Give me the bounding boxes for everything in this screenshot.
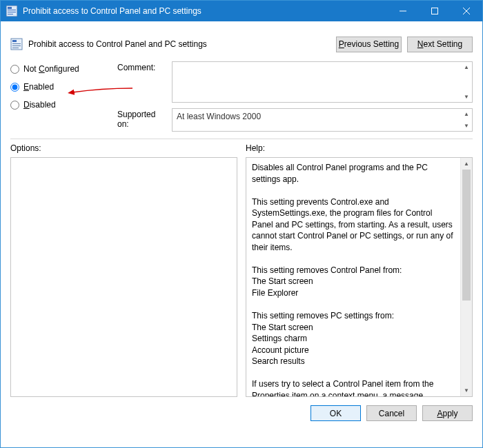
window-title: Prohibit access to Control Panel and PC … [23,6,387,16]
scroll-thumb[interactable] [462,170,471,301]
divider [10,139,473,139]
help-text: Disables all Control Panel programs and … [246,158,460,396]
help-label: Help: [246,143,473,153]
next-setting-button[interactable]: Next Setting [407,37,473,52]
comment-input[interactable]: ▲ ▼ [172,61,473,103]
spin-up-icon[interactable]: ▲ [464,111,469,117]
close-button[interactable] [451,1,482,21]
app-icon [6,6,17,17]
help-box: Disables all Control Panel programs and … [246,157,473,397]
svg-rect-12 [12,45,21,46]
radio-not-configured[interactable]: Not Configured [10,64,117,74]
spin-up-icon[interactable]: ▲ [464,64,469,70]
supported-on-value: At least Windows 2000 ▲ ▼ [172,108,473,132]
svg-rect-1 [8,7,12,9]
svg-rect-4 [8,14,13,14]
supported-on-label: Supported on: [117,108,169,129]
apply-button[interactable]: Apply [422,405,473,421]
comment-label: Comment: [117,61,169,72]
ok-button[interactable]: OK [310,405,361,421]
scroll-down-icon[interactable]: ▼ [461,385,472,396]
options-box [10,157,237,397]
svg-rect-6 [432,8,438,14]
radio-disabled[interactable]: Disabled [10,100,117,110]
page-title: Prohibit access to Control Panel and PC … [28,39,331,49]
svg-rect-10 [12,40,17,42]
svg-rect-11 [12,43,21,44]
previous-setting-button[interactable]: Previous Setting [336,37,402,52]
svg-rect-3 [8,12,16,12]
scrollbar[interactable]: ▲ ▼ [460,158,472,396]
radio-enabled[interactable]: Enabled [10,82,117,92]
spin-down-icon[interactable]: ▼ [464,123,469,129]
minimize-button[interactable] [387,1,419,21]
svg-rect-13 [12,48,19,48]
svg-rect-2 [8,10,16,10]
policy-icon [10,38,23,50]
options-label: Options: [10,143,237,153]
scroll-up-icon[interactable]: ▲ [461,158,472,170]
cancel-button[interactable]: Cancel [366,405,417,421]
maximize-button[interactable] [419,1,451,21]
spin-down-icon[interactable]: ▼ [464,94,469,100]
titlebar[interactable]: Prohibit access to Control Panel and PC … [1,1,482,21]
